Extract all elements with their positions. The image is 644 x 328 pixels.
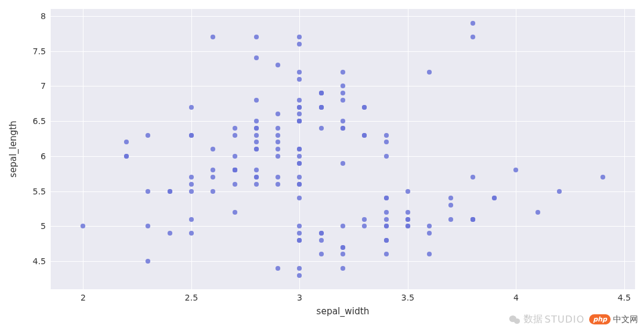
- data-point: [340, 266, 345, 271]
- data-point: [297, 77, 302, 82]
- y-tick-label: 5: [41, 221, 46, 231]
- data-point: [384, 252, 389, 256]
- watermark: 数据 STUDIO php 中文网: [509, 313, 638, 326]
- data-point: [233, 210, 237, 215]
- data-point: [448, 196, 453, 200]
- data-point: [254, 140, 259, 144]
- data-point: [254, 35, 259, 39]
- data-point: [297, 161, 302, 166]
- y-tick-label: 6: [41, 151, 46, 161]
- data-point: [319, 238, 324, 243]
- data-point: [297, 175, 302, 180]
- data-point: [189, 231, 194, 236]
- data-point: [124, 140, 129, 144]
- data-point: [210, 168, 215, 172]
- data-point: [297, 42, 302, 47]
- x-tick-label: 2.5: [185, 293, 198, 302]
- wechat-icon: [509, 314, 521, 326]
- data-point: [470, 217, 475, 222]
- data-point: [384, 210, 389, 215]
- data-point: [340, 252, 345, 256]
- data-point: [340, 245, 345, 250]
- data-point: [254, 168, 259, 172]
- data-point: [145, 133, 150, 138]
- data-point: [168, 189, 172, 194]
- data-point: [535, 210, 540, 215]
- x-tick-label: 2: [80, 293, 86, 302]
- data-point: [362, 133, 367, 138]
- data-point: [470, 35, 475, 39]
- data-point: [427, 252, 432, 256]
- x-axis-label: sepal_width: [317, 306, 370, 317]
- data-point: [297, 105, 302, 110]
- data-point: [405, 224, 410, 228]
- y-tick-label: 4.5: [33, 256, 46, 266]
- data-point: [189, 189, 194, 194]
- data-point: [384, 196, 389, 200]
- data-point: [145, 259, 150, 264]
- data-point: [384, 140, 389, 144]
- data-point: [275, 266, 280, 271]
- data-point: [80, 224, 85, 228]
- data-point: [275, 182, 280, 187]
- data-point: [427, 70, 432, 75]
- data-point: [340, 126, 345, 131]
- watermark-text-2: STUDIO: [544, 314, 584, 325]
- data-point: [297, 147, 302, 151]
- data-point: [254, 98, 259, 103]
- data-point: [319, 126, 324, 131]
- data-point: [448, 217, 453, 222]
- data-point: [384, 133, 389, 138]
- data-point: [340, 161, 345, 166]
- data-point: [275, 133, 280, 138]
- data-point: [427, 231, 432, 236]
- data-point: [470, 21, 475, 26]
- data-point: [405, 189, 410, 194]
- data-point: [210, 175, 215, 180]
- data-point: [297, 273, 302, 278]
- x-tick-label: 3.5: [401, 293, 414, 302]
- data-point: [362, 217, 367, 222]
- data-point: [275, 112, 280, 116]
- data-point: [275, 147, 280, 151]
- data-point: [210, 35, 215, 39]
- data-point: [275, 140, 280, 144]
- data-point: [384, 217, 389, 222]
- data-point: [254, 147, 259, 151]
- data-point: [233, 182, 237, 187]
- data-point: [297, 35, 302, 39]
- data-point: [470, 175, 475, 180]
- y-tick-label: 7.5: [33, 47, 46, 56]
- data-point: [362, 224, 367, 228]
- data-point: [189, 133, 194, 138]
- data-point: [340, 83, 345, 88]
- data-point: [297, 238, 302, 243]
- data-point: [233, 126, 237, 131]
- data-point: [340, 224, 345, 228]
- data-point: [189, 182, 194, 187]
- y-tick-label: 7: [41, 81, 46, 91]
- data-point: [384, 238, 389, 243]
- data-point: [297, 182, 302, 187]
- data-point: [297, 266, 302, 271]
- data-point: [275, 154, 280, 159]
- data-point: [189, 217, 194, 222]
- data-point: [557, 189, 562, 194]
- data-point: [492, 196, 497, 200]
- data-point: [448, 203, 453, 208]
- x-tick-label: 3: [297, 293, 302, 302]
- x-tick-label: 4.5: [618, 293, 631, 302]
- data-point: [275, 63, 280, 67]
- data-point: [254, 55, 259, 60]
- data-point: [297, 98, 302, 103]
- data-point: [210, 147, 215, 151]
- data-point: [319, 105, 324, 110]
- data-point: [340, 70, 345, 75]
- data-point: [254, 182, 259, 187]
- data-point: [319, 231, 324, 236]
- data-point: [340, 91, 345, 95]
- data-point: [427, 224, 432, 228]
- data-point: [145, 224, 150, 228]
- php-badge-icon: php: [589, 314, 611, 324]
- data-point: [254, 119, 259, 123]
